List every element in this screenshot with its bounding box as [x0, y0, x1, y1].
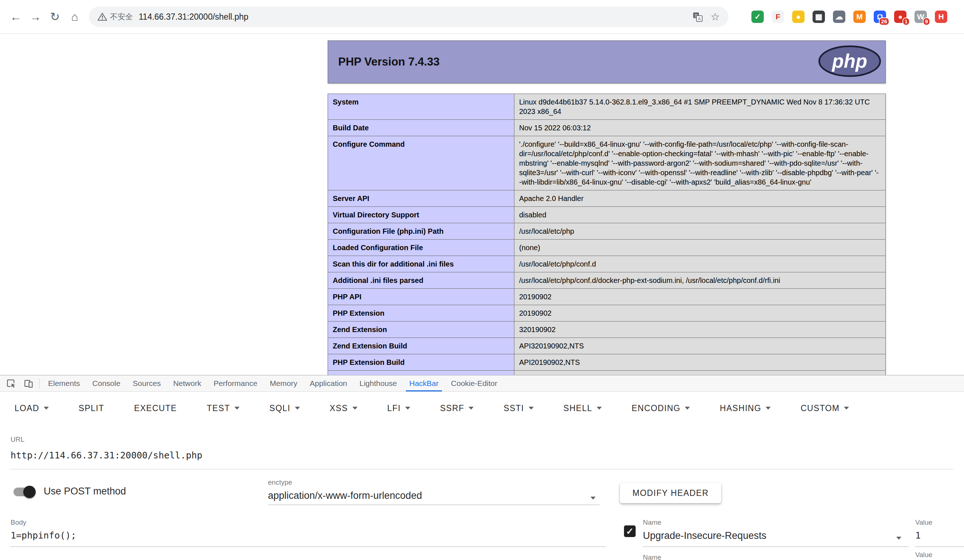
next-header-value-label: Value [915, 551, 932, 559]
url-text[interactable]: 114.66.37.31:20000/shell.php [139, 12, 693, 22]
hackbar-button-test[interactable]: TEST [199, 397, 248, 419]
devtools-tab-elements[interactable]: Elements [42, 375, 86, 391]
phpinfo-row: Additional .ini files parsed/usr/local/e… [328, 272, 886, 289]
dropdown-caret-icon [844, 407, 849, 410]
toolbar-nav-icons: ← → ↻ ⌂ [6, 7, 85, 26]
php-logo-icon[interactable]: php [817, 45, 882, 80]
phpinfo-row-label: Additional .ini files parsed [328, 272, 515, 289]
hackbar-button-sqli[interactable]: SQLI [261, 397, 308, 419]
translate-icon[interactable]: 文 A [693, 12, 703, 22]
phpinfo-row-label: Zend Extension [328, 322, 515, 338]
hackbar-button-load[interactable]: LOAD [7, 397, 57, 419]
inspect-element-icon[interactable] [2, 375, 20, 391]
header-value-field[interactable]: 1 [915, 530, 921, 541]
cloud-extension-icon[interactable]: ☁ [833, 11, 845, 23]
red-extension-icon[interactable]: H [935, 11, 947, 23]
flag-extension-icon[interactable]: F [772, 11, 784, 23]
phpinfo-row: Loaded Configuration File(none) [328, 239, 886, 256]
phpinfo-header: PHP Version 7.4.33 php [327, 41, 886, 83]
extension-badge: 1 [902, 18, 910, 26]
phpinfo-row: SystemLinux d9de44b61b37 5.14.0-362.8.1.… [328, 94, 886, 120]
dropdown-caret-icon [405, 407, 410, 410]
sun-extension-icon[interactable]: ● [792, 11, 804, 23]
enctype-select[interactable]: application/x-www-form-urlencoded [268, 490, 422, 501]
devtools-tab-sources[interactable]: Sources [127, 375, 167, 391]
browser-toolbar: ← → ↻ ⌂ 不安全 114.66.37.31:20000/shell.php… [0, 0, 964, 34]
hackbar-button-encoding[interactable]: ENCODING [624, 397, 698, 419]
phpinfo-row-label: PHP Extension Build [328, 354, 515, 371]
hackbar-button-hashing[interactable]: HASHING [712, 397, 779, 419]
url-bar[interactable]: 不安全 114.66.37.31:20000/shell.php 文 A ☆ [89, 7, 728, 27]
svg-text:A: A [698, 16, 701, 21]
enctype-caret-icon[interactable] [591, 497, 596, 500]
hackbar-button-ssti[interactable]: SSTI [495, 397, 541, 419]
use-post-toggle[interactable] [13, 488, 35, 496]
phpinfo-row-label: PHP API [328, 289, 515, 305]
phpinfo-container: PHP Version 7.4.33 php SystemLinux d9de4… [327, 41, 886, 375]
hackbar-button-lfi[interactable]: LFI [379, 397, 418, 419]
hackbar-toolbar: LOADSPLITEXECUTETESTSQLIXSSLFISSRFSSTISH… [7, 397, 857, 419]
dropdown-caret-icon [597, 407, 602, 410]
phpinfo-row-value: (none) [515, 239, 886, 256]
hackbar-button-label: TEST [207, 404, 230, 413]
back-icon[interactable]: ← [6, 7, 26, 26]
devtools-tab-hackbar[interactable]: HackBar [403, 375, 445, 391]
fox-extension-icon[interactable]: M [853, 11, 866, 23]
modify-header-button[interactable]: MODIFY HEADER [620, 483, 721, 503]
next-header-name-label: Name [643, 553, 661, 560]
phpinfo-row: Build DateNov 15 2022 06:03:12 [328, 120, 886, 136]
phpinfo-row: PHP Extension20190902 [328, 305, 886, 322]
grid-extension-icon[interactable]: ▦ [813, 11, 825, 23]
phpinfo-row-value: no [515, 371, 886, 375]
device-toolbar-icon[interactable] [20, 375, 37, 391]
devtools-tab-application[interactable]: Application [304, 375, 353, 391]
hackbar-button-shell[interactable]: SHELL [555, 397, 610, 419]
devtools-tab-console[interactable]: Console [86, 375, 127, 391]
omega-extension-icon[interactable]: Ω26 [874, 11, 886, 23]
security-label[interactable]: 不安全 [110, 11, 133, 22]
phpinfo-row-label: Server API [328, 190, 515, 207]
shield-extension-icon[interactable]: ✓ [751, 11, 764, 23]
url-field-value[interactable]: http://114.66.37.31:20000/shell.php [11, 450, 202, 461]
reload-icon[interactable]: ↻ [45, 7, 65, 26]
phpinfo-row-label: Scan this dir for additional .ini files [328, 256, 515, 272]
phpinfo-row: Configuration File (php.ini) Path/usr/lo… [328, 223, 886, 239]
phpinfo-row: Server APIApache 2.0 Handler [328, 190, 886, 207]
phpinfo-row-value: './configure' '--build=x86_64-linux-gnu'… [515, 136, 886, 190]
phpinfo-row-label: Zend Extension Build [328, 338, 515, 354]
header-name-caret-icon[interactable] [896, 537, 901, 540]
devtools-tab-cookie-editor[interactable]: Cookie-Editor [445, 375, 503, 391]
hackbar-button-label: SSRF [440, 404, 464, 413]
hackbar-button-ssrf[interactable]: SSRF [432, 397, 482, 419]
body-field-underline [11, 547, 606, 547]
devtools-tab-network[interactable]: Network [167, 375, 207, 391]
phpinfo-row-label: Virtual Directory Support [328, 207, 515, 223]
hackbar-button-label: LOAD [15, 404, 39, 413]
devtools-tab-performance[interactable]: Performance [207, 375, 264, 391]
forward-icon[interactable]: → [26, 7, 45, 26]
urlbar-right-icons: 文 A ☆ [693, 11, 720, 23]
phpinfo-row: PHP Extension BuildAPI20190902,NTS [328, 354, 886, 371]
hackbar-button-label: HASHING [720, 404, 761, 413]
svg-text:php: php [832, 50, 868, 72]
header-enabled-checkbox[interactable]: ✓ [624, 526, 636, 537]
analyzer-extension-icon[interactable]: W9 [915, 11, 927, 23]
devtools-tab-lighthouse[interactable]: Lighthouse [353, 375, 403, 391]
header-name-select[interactable]: Upgrade-Insecure-Requests [643, 530, 766, 541]
hackbar-button-custom[interactable]: CUSTOM [793, 397, 857, 419]
hackbar-button-split[interactable]: SPLIT [71, 397, 112, 419]
hackbar-button-label: SQLI [269, 404, 290, 413]
dropdown-caret-icon [529, 407, 534, 410]
hackbar-button-label: SPLIT [79, 404, 104, 413]
hackbar-button-execute[interactable]: EXECUTE [126, 397, 185, 419]
devtools-tab-memory[interactable]: Memory [264, 375, 304, 391]
phpinfo-row-value: API20190902,NTS [515, 354, 886, 371]
hackbar-button-xss[interactable]: XSS [322, 397, 365, 419]
home-icon[interactable]: ⌂ [65, 7, 85, 26]
phpinfo-row-label: System [328, 94, 515, 120]
body-field-label: Body [11, 518, 26, 526]
body-field-value[interactable]: 1=phpinfo(); [11, 530, 77, 541]
phpinfo-row-value: Linux d9de44b61b37 5.14.0-362.8.1.el9_3.… [515, 94, 886, 120]
cookie-extension-icon[interactable]: ●1 [894, 11, 907, 23]
bookmark-star-icon[interactable]: ☆ [711, 11, 720, 23]
